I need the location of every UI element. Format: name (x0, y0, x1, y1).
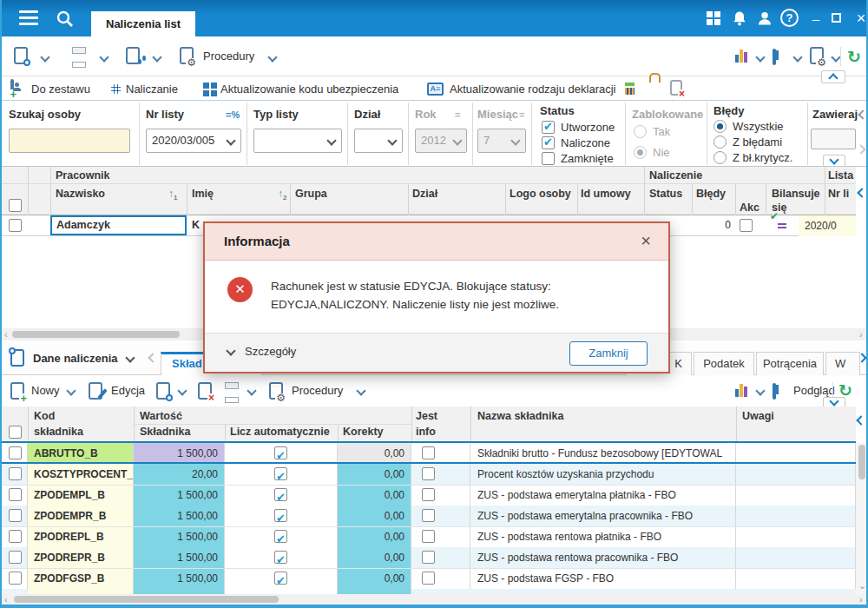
bledy-krytyczne-radio[interactable] (713, 151, 727, 164)
chevron-left-icon[interactable] (858, 109, 867, 119)
licz-automatycznie-checkbox[interactable] (274, 509, 287, 522)
tab-potracenia[interactable]: Potrącenia (756, 352, 824, 375)
view-settings-icon[interactable]: ⚙ (810, 47, 824, 64)
row-select-checkbox[interactable] (9, 530, 22, 543)
bottom-grid-vscrollbar[interactable]: ⌄ (856, 443, 868, 594)
chevron-down-icon[interactable] (99, 52, 108, 62)
zablokowane-tak-radio[interactable] (634, 125, 647, 138)
sort-asc-1-icon[interactable]: ↑1 (168, 188, 177, 202)
col-dzial[interactable]: Dział (412, 188, 437, 200)
update-declaration-icon[interactable]: A≡ (427, 83, 444, 96)
row-select-checkbox[interactable] (9, 219, 22, 232)
col-bilansuje[interactable]: Bilansuje (772, 188, 820, 200)
row-select-checkbox[interactable] (9, 488, 22, 501)
details-toggle[interactable]: Szczegóły (245, 345, 296, 358)
component-row[interactable]: ZPODREPR_B 1 500,00 0,00 ZUS - podstawa … (2, 547, 856, 568)
akc-checkbox[interactable] (740, 219, 753, 232)
aktualizowanie-rodzaju-button[interactable]: Aktualizowanie rodzaju deklaracji (450, 83, 616, 96)
layout-panel-icon[interactable] (773, 49, 776, 65)
col-imie[interactable]: Imię (192, 188, 214, 200)
zablokowane-nie-radio[interactable] (634, 146, 647, 159)
nazwisko-cell[interactable]: Adamczyk (50, 215, 187, 235)
new-icon[interactable]: + (10, 382, 24, 400)
aktualizowanie-kodu-button[interactable]: Aktualizowanie kodu ubezpieczenia (220, 83, 398, 96)
licz-automatycznie-checkbox[interactable] (274, 467, 287, 480)
licz-automatycznie-checkbox[interactable] (274, 572, 287, 585)
bledy-wszystkie-radio[interactable] (713, 120, 727, 133)
scrollbar-thumb[interactable] (14, 596, 279, 603)
add-to-set-icon[interactable]: + (10, 79, 14, 96)
jest-info-checkbox[interactable] (422, 488, 435, 501)
licz-automatycznie-checkbox[interactable] (274, 530, 287, 543)
component-row[interactable]: ZPODEMPL_B 1 500,00 0,00 ZUS - podstawa … (2, 485, 856, 506)
cancel-document-icon[interactable]: × (670, 80, 682, 96)
hamburger-menu-icon[interactable] (19, 10, 38, 13)
refresh-icon[interactable]: ↻ (847, 49, 861, 65)
expand-filter-button[interactable] (823, 155, 845, 167)
procedury-button[interactable]: Procedury (203, 50, 254, 63)
col-id-umowy[interactable]: Id umowy (581, 188, 631, 200)
naliczanie-button[interactable]: Naliczanie (126, 83, 178, 96)
delete-icon[interactable]: × (198, 382, 212, 400)
col-jest[interactable]: Jest (416, 410, 437, 422)
chevron-down-icon[interactable] (831, 52, 840, 62)
col-logo-osoby[interactable]: Logo osoby (510, 188, 571, 200)
edycja-button[interactable]: Edycja (111, 384, 145, 397)
status-zamkniete-checkbox[interactable] (542, 152, 555, 165)
collapse-filters-button[interactable] (821, 70, 845, 83)
component-row[interactable]: ZPODEMPR_B 1 500,00 0,00 ZUS - podstawa … (2, 506, 856, 526)
filter-operator-icon[interactable]: =% (226, 109, 240, 120)
details-chevron-icon[interactable] (226, 346, 235, 355)
zamknij-button[interactable]: Zamknij (569, 341, 648, 366)
tab-podatek[interactable]: Podatek (694, 352, 754, 375)
component-row[interactable]: ZPODFGSP_B 1 500,00 0,00 ZUS - podstawa … (2, 568, 856, 589)
jest-info-checkbox[interactable] (422, 509, 435, 522)
open-search-icon[interactable] (156, 382, 170, 400)
row-select-checkbox[interactable] (9, 572, 22, 585)
col-status[interactable]: Status (649, 188, 682, 200)
jest-info-checkbox[interactable] (422, 446, 435, 459)
maximize-button[interactable] (832, 13, 841, 23)
chevron-down-icon[interactable] (177, 386, 187, 395)
chevron-down-icon[interactable] (755, 386, 765, 395)
help-icon[interactable]: ? (780, 9, 799, 27)
chevron-down-icon[interactable] (40, 52, 49, 62)
chevron-down-icon[interactable] (247, 386, 256, 395)
col-akc[interactable]: Akc (740, 202, 760, 214)
jest-info-checkbox[interactable] (422, 572, 435, 585)
chevron-down-icon[interactable] (356, 386, 365, 395)
chevron-down-icon[interactable] (66, 386, 76, 395)
procedures-gear-icon[interactable]: ⚙ (180, 47, 194, 64)
component-row[interactable]: KOSZTYPROCENT_B 20,00 0,00 Procent koszt… (2, 464, 856, 485)
chevron-down-icon[interactable] (792, 52, 802, 62)
sort-asc-2-icon[interactable]: ↑2 (278, 188, 286, 202)
col-uwagi[interactable]: Uwagi (742, 410, 774, 422)
licz-automatycznie-checkbox[interactable] (274, 551, 287, 564)
row-select-checkbox[interactable] (9, 467, 22, 480)
procedury-button[interactable]: Procedury (292, 384, 343, 397)
tab-scroll-left-icon[interactable] (148, 353, 157, 362)
bledy-z-bledami-radio[interactable] (713, 135, 727, 149)
preview-icon[interactable] (773, 383, 776, 400)
licz-automatycznie-checkbox[interactable] (274, 488, 287, 501)
row-select-checkbox[interactable] (9, 509, 22, 522)
nowy-button[interactable]: Nowy (31, 384, 60, 397)
licz-automatycznie-checkbox[interactable] (274, 446, 287, 459)
dialog-close-icon[interactable]: × (635, 231, 656, 251)
col-grupa[interactable]: Grupa (295, 188, 327, 200)
edit-icon[interactable] (89, 382, 102, 400)
workflow-steps-icon[interactable] (126, 47, 140, 64)
status-naliczone-checkbox[interactable] (542, 136, 555, 149)
podglad-button[interactable]: Podgląd (793, 384, 835, 397)
col-licz-automatycznie[interactable]: Licz automatycznie (230, 426, 330, 438)
scrollbar-thumb[interactable] (858, 445, 865, 479)
minimize-button[interactable]: – (807, 11, 825, 27)
chevron-down-icon[interactable] (267, 52, 277, 62)
apps-grid-icon[interactable] (707, 11, 720, 25)
jest-info-checkbox[interactable] (422, 551, 435, 564)
row-select-checkbox[interactable] (9, 446, 22, 459)
tab-wydruki[interactable]: W (825, 352, 860, 375)
search-icon[interactable] (56, 10, 74, 28)
bottom-grid-hscrollbar[interactable]: ‹ › (2, 594, 866, 605)
user-icon[interactable] (756, 10, 773, 27)
